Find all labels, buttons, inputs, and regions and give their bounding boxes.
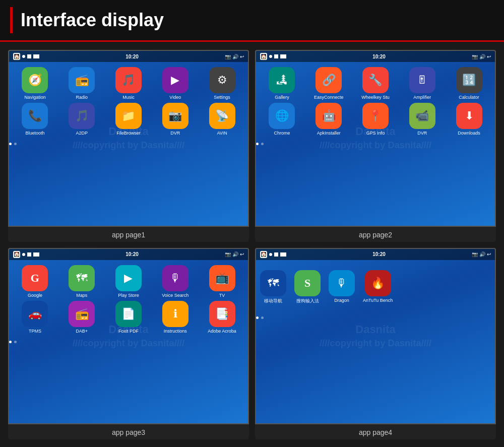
home-icon-3[interactable]: 🏠 (13, 251, 20, 258)
app-dvr2[interactable]: 📹 DVR (400, 103, 444, 136)
panel-3-label: app page3 (112, 426, 145, 439)
app-gallery[interactable]: 🏞 Gallery (260, 67, 304, 100)
app-music[interactable]: 🎵 Music (107, 67, 151, 100)
sogou-label: 搜狗输入法 (296, 298, 319, 304)
status-rect-4 (280, 252, 286, 257)
app-voicesearch[interactable]: 🎙 Voice Search (153, 265, 197, 298)
panel-page4: Dasnita////copyright by Dasnita//// 🏠 10… (255, 248, 496, 440)
home-icon-1[interactable]: 🏠 (13, 53, 20, 60)
status-bar-3: 🏠 10:20 📷 🔊 ↩ (9, 249, 248, 260)
app-avin[interactable]: 📡 AVIN (200, 103, 244, 136)
app-sogou[interactable]: S 搜狗输入法 (294, 270, 321, 304)
page-title: Interface display (21, 10, 164, 31)
app-dragon[interactable]: 🎙 Dragon (329, 270, 355, 304)
app-amplifier[interactable]: 🎚 Amplifier (400, 67, 444, 100)
screen-page2: Dasnita////copyright by Dasnita//// 🏠 10… (255, 50, 496, 227)
app-video[interactable]: ▶ Video (153, 67, 197, 100)
dot-4-active (256, 316, 259, 319)
app-grid-4: 🗺 移动导航 S 搜狗输入法 🎙 Dragon 🔥 AnTuTu Bench (256, 260, 495, 314)
app-foxitpdf[interactable]: 📄 Foxit PDF (107, 301, 151, 334)
navigation-label: Navigation (24, 95, 46, 100)
home-icon-2[interactable]: 🏠 (260, 53, 267, 60)
mobile-nav-label: 移动导航 (264, 298, 282, 304)
app-mobile-nav[interactable]: 🗺 移动导航 (260, 270, 286, 304)
status-time-2: 10:20 (286, 54, 472, 59)
app-dab[interactable]: 📻 DAB+ (60, 301, 104, 334)
home-icon-4[interactable]: 🏠 (260, 251, 267, 258)
dot-3-active (9, 341, 12, 343)
app-calculator[interactable]: 🔢 Calculator (447, 67, 491, 100)
app-dvr[interactable]: 📷 DVR (153, 103, 197, 136)
volume-icon-2: 🔊 (479, 54, 485, 59)
back-icon-1[interactable]: ↩ (240, 54, 244, 59)
app-gpsinfo[interactable]: 📍 GPS Info (354, 103, 398, 136)
playstore-label: Play Store (118, 293, 139, 298)
volume-icon-4: 🔊 (479, 251, 485, 257)
instructions-label: Instructions (164, 329, 187, 334)
status-square-3 (27, 252, 31, 257)
filebrowser-icon: 📁 (115, 103, 142, 129)
settings-icon: ⚙ (209, 67, 235, 93)
app-chrome[interactable]: 🌐 Chrome (260, 103, 304, 136)
dot-2-inactive (261, 143, 264, 145)
app-easyconnect[interactable]: 🔗 EasyConnecte (307, 67, 351, 100)
app-wheelkey[interactable]: 🔧 Wheelkey Stu (354, 67, 398, 100)
app-apkinstaller[interactable]: 🤖 ApkInstaller (307, 103, 351, 136)
playstore-icon: ▶ (115, 265, 142, 291)
tv-icon: 📺 (209, 265, 235, 291)
app-grid-1-row1: 🧭 Navigation 📻 Radio 🎵 Music ▶ Video ⚙ (9, 62, 248, 141)
maps-icon: 🗺 (69, 265, 95, 291)
status-square-2 (274, 54, 278, 58)
navigation-icon: 🧭 (22, 67, 48, 93)
status-icons-2: 📷 🔊 ↩ (472, 54, 491, 59)
camera-icon-1: 📷 (225, 54, 231, 59)
back-icon-3[interactable]: ↩ (240, 251, 244, 257)
status-rect-2 (280, 54, 286, 58)
panel-page2: Dasnita////copyright by Dasnita//// 🏠 10… (255, 50, 496, 242)
app-filebrowser[interactable]: 📁 FileBrowser (107, 103, 151, 136)
back-icon-2[interactable]: ↩ (487, 54, 491, 59)
dot-1-active (9, 143, 12, 145)
calculator-icon: 🔢 (456, 67, 482, 93)
radio-icon: 📻 (69, 67, 95, 93)
calculator-label: Calculator (459, 95, 479, 100)
voicesearch-label: Voice Search (162, 293, 188, 298)
dot-3-inactive (14, 341, 17, 343)
app-tpms[interactable]: 🚗 TPMS (13, 301, 57, 334)
volume-icon-3: 🔊 (232, 251, 238, 257)
status-bar-2: 🏠 10:20 📷 🔊 ↩ (256, 51, 495, 62)
foxitpdf-icon: 📄 (115, 301, 142, 327)
app-settings[interactable]: ⚙ Settings (200, 67, 244, 100)
app-google[interactable]: G Google (13, 265, 57, 298)
app-radio[interactable]: 📻 Radio (60, 67, 104, 100)
app-a2dp[interactable]: 🎵 A2DP (60, 103, 104, 136)
voicesearch-icon: 🎙 (162, 265, 188, 291)
app-antutu[interactable]: 🔥 AnTuTu Bench (363, 270, 393, 304)
status-time-1: 10:20 (39, 54, 225, 59)
gpsinfo-label: GPS Info (366, 131, 385, 136)
status-square-1 (27, 54, 31, 58)
app-tv[interactable]: 📺 TV (200, 265, 244, 298)
app-adobe[interactable]: 📑 Adobe Acroba (200, 301, 244, 334)
app-grid-3: G Google 🗺 Maps ▶ Play Store 🎙 Voice Sea… (9, 260, 248, 339)
tv-label: TV (219, 293, 225, 298)
app-downloads[interactable]: ⬇ Downloads (447, 103, 491, 136)
amplifier-icon: 🎚 (409, 67, 435, 93)
back-icon-4[interactable]: ↩ (487, 251, 491, 257)
apkinstaller-icon: 🤖 (316, 103, 342, 129)
app-navigation[interactable]: 🧭 Navigation (13, 67, 57, 100)
mobile-nav-icon: 🗺 (260, 270, 286, 296)
screen-page3: Dasnita////copyright by Dasnita//// 🏠 10… (8, 248, 249, 425)
app-playstore[interactable]: ▶ Play Store (107, 265, 151, 298)
avin-icon: 📡 (209, 103, 235, 129)
radio-label: Radio (76, 95, 88, 100)
page-dots-1 (9, 141, 248, 147)
maps-label: Maps (76, 293, 87, 298)
a2dp-icon: 🎵 (69, 103, 95, 129)
camera-icon-2: 📷 (472, 54, 478, 59)
status-time-3: 10:20 (39, 251, 225, 257)
app-maps[interactable]: 🗺 Maps (60, 265, 104, 298)
app-instructions[interactable]: ℹ Instructions (153, 301, 197, 334)
filebrowser-label: FileBrowser (116, 131, 141, 136)
app-bluetooth[interactable]: 📞 Bluetooth (13, 103, 57, 136)
